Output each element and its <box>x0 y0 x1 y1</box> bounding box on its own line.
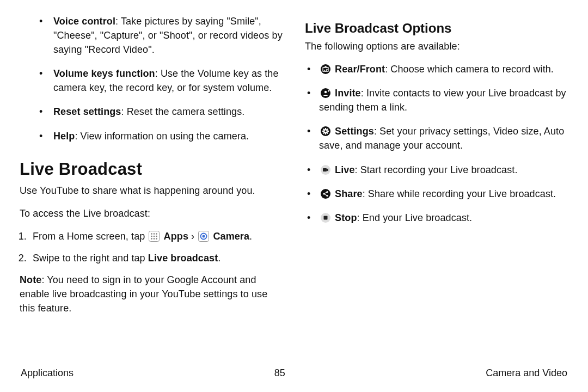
list-item: Reset settings: Reset the camera setting… <box>39 105 283 119</box>
svg-point-5 <box>154 236 155 237</box>
apps-grid-icon <box>149 231 160 242</box>
svg-point-4 <box>151 236 153 237</box>
note-label: Note <box>20 274 41 285</box>
term-text: : End your Live broadcast. <box>357 212 473 223</box>
term: Stop <box>335 212 357 223</box>
list-item: Help: View information on using the came… <box>39 129 283 143</box>
apps-label: Apps <box>164 231 188 242</box>
term-text: : Reset the camera settings. <box>121 106 244 117</box>
live-broadcast-heading: Live Broadcast <box>20 160 283 179</box>
live-broadcast-label: Live broadcast <box>148 253 218 264</box>
term: Help <box>53 131 75 142</box>
svg-point-8 <box>154 238 155 240</box>
footer-left: Applications <box>21 367 74 379</box>
note-text: : You need to sign in to your Google Acc… <box>20 274 267 314</box>
camera-switch-icon <box>320 64 331 75</box>
svg-rect-30 <box>324 216 328 219</box>
list-item: Rear/Front: Choose which camera to recor… <box>307 62 568 76</box>
camera-label: Camera <box>213 231 249 242</box>
right-column: Live Broadcast Options The following opt… <box>305 11 568 363</box>
term: Invite <box>335 88 361 99</box>
step-1: From a Home screen, tap Apps › <box>29 229 283 243</box>
note: Note: You need to sign in to your Google… <box>20 273 283 315</box>
svg-point-23 <box>321 189 330 199</box>
left-column: Voice control: Take pictures by saying "… <box>20 11 285 363</box>
list-item: Share: Share while recording your Live b… <box>307 187 568 201</box>
svg-point-12 <box>203 235 205 237</box>
gear-icon <box>320 126 331 137</box>
term: Volume keys function <box>53 68 155 79</box>
term: Voice control <box>53 16 115 27</box>
access-intro: To access the Live broadcast: <box>20 206 283 220</box>
list-item: Settings: Set your privacy settings, Vid… <box>307 124 568 152</box>
svg-point-3 <box>156 233 158 235</box>
svg-point-2 <box>154 233 155 235</box>
term: Reset settings <box>53 106 121 117</box>
list-item: Stop: End your Live broadcast. <box>307 211 568 225</box>
svg-point-6 <box>156 236 158 237</box>
share-icon <box>320 188 331 199</box>
step-text: . <box>249 231 252 242</box>
svg-point-15 <box>324 91 327 93</box>
term-text: : Start recording your Live broadcast. <box>355 164 518 175</box>
live-icon <box>320 164 331 175</box>
live-broadcast-intro: Use YouTube to share what is happening a… <box>20 183 283 198</box>
step-2: Swipe to the right and tap Live broadcas… <box>29 251 283 265</box>
options-list: Rear/Front: Choose which camera to recor… <box>307 62 568 225</box>
camera-app-icon <box>198 231 209 242</box>
step-text: . <box>218 253 220 264</box>
term-text: : Choose which camera to record with. <box>385 64 554 75</box>
term: Settings <box>335 126 374 137</box>
term: Rear/Front <box>335 64 385 75</box>
svg-point-1 <box>151 233 153 235</box>
svg-point-20 <box>324 131 327 133</box>
footer: Applications 85 Camera and Video <box>20 367 568 379</box>
svg-point-7 <box>151 238 153 240</box>
step-text: Swipe to the right and tap <box>33 253 148 264</box>
svg-point-9 <box>156 238 158 240</box>
invite-icon <box>320 88 331 99</box>
svg-rect-22 <box>323 168 327 171</box>
sub-settings-list: Voice control: Take pictures by saying "… <box>39 14 283 143</box>
footer-right: Camera and Video <box>486 367 567 379</box>
svg-point-13 <box>321 64 330 74</box>
list-item: Live: Start recording your Live broadcas… <box>307 163 568 177</box>
term-text: : View information on using the camera. <box>75 131 249 142</box>
manual-page: Voice control: Take pictures by saying "… <box>0 0 588 392</box>
options-heading: Live Broadcast Options <box>305 21 568 36</box>
stop-icon <box>320 212 331 223</box>
page-number: 85 <box>274 367 285 379</box>
term: Live <box>335 164 354 175</box>
list-item: Invite: Invite contacts to view your Liv… <box>307 86 568 114</box>
chevron-right: › <box>191 231 197 242</box>
list-item: Voice control: Take pictures by saying "… <box>39 14 283 57</box>
list-item: Volume keys function: Use the Volume key… <box>39 66 283 95</box>
columns: Voice control: Take pictures by saying "… <box>20 11 568 363</box>
term-text: : Share while recording your Live broadc… <box>363 188 556 199</box>
step-text: From a Home screen, tap <box>33 231 148 242</box>
steps-list: From a Home screen, tap Apps › <box>29 229 283 265</box>
options-intro: The following options are available: <box>305 39 568 53</box>
term: Share <box>335 188 363 199</box>
